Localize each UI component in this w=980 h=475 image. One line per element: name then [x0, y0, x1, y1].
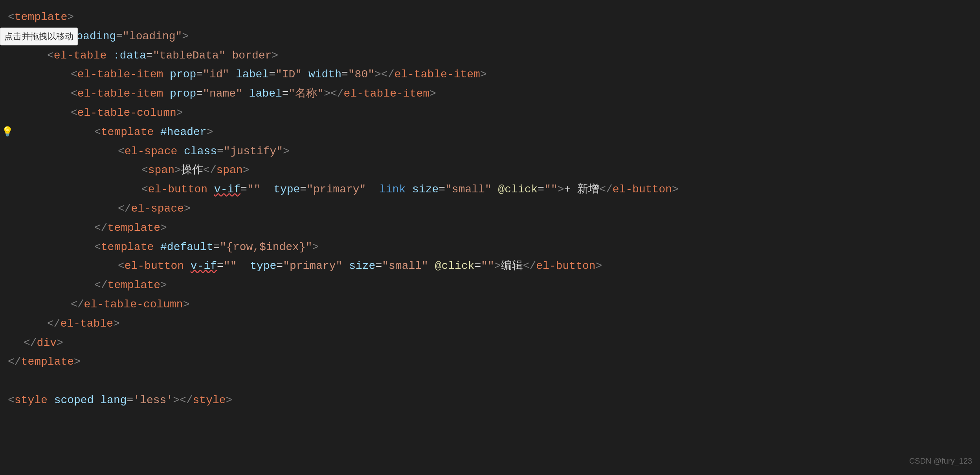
- code-line: <el-space class="justify">: [0, 142, 980, 161]
- code-editor: <template> 点击并拖拽以移动 <div v-loading="load…: [0, 0, 980, 475]
- tag-bracket: <: [8, 9, 15, 26]
- lightbulb-icon: 💡: [2, 125, 13, 140]
- tag-name: template: [15, 9, 67, 26]
- code-line: </template>: [0, 353, 980, 372]
- code-line: [0, 372, 980, 391]
- code-line: 💡 <template #header>: [0, 123, 980, 142]
- code-line: <style scoped lang='less'></style>: [0, 391, 980, 410]
- code-line: <el-table :data="tableData" border>: [0, 46, 980, 66]
- code-line: <el-button v-if="" type="primary" link s…: [0, 180, 980, 199]
- code-line: <el-button v-if="" type="primary" size="…: [0, 257, 980, 276]
- code-line: </template>: [0, 219, 980, 238]
- code-line: <el-table-column>: [0, 104, 980, 123]
- code-line: </el-table>: [0, 314, 980, 334]
- tooltip: 点击并拖拽以移动: [0, 28, 78, 46]
- code-line: <template>: [0, 8, 980, 27]
- code-line: </div>: [0, 334, 980, 353]
- watermark: CSDN @fury_123: [909, 455, 972, 467]
- code-line: </el-space>: [0, 199, 980, 219]
- code-line: <el-table-item prop="id" label="ID" widt…: [0, 65, 980, 84]
- code-line: 点击并拖拽以移动 <div v-loading="loading">: [0, 27, 980, 46]
- code-line: <template #default="{row,$index}">: [0, 238, 980, 257]
- code-line: </template>: [0, 276, 980, 295]
- code-line: <el-table-item prop="name" label="名称"></…: [0, 84, 980, 104]
- code-line: </el-table-column>: [0, 295, 980, 314]
- code-line: <span>操作</span>: [0, 161, 980, 180]
